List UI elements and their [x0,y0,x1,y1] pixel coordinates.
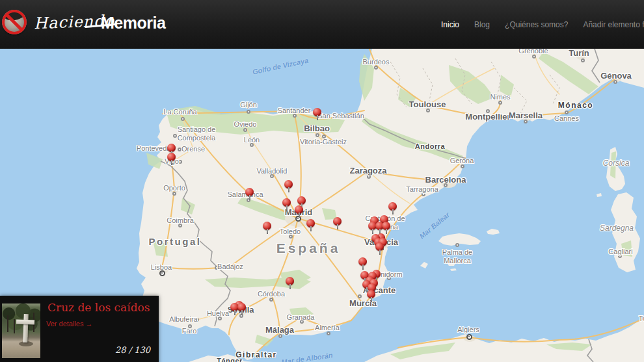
town-marker [374,66,378,70]
map-pin[interactable] [286,277,294,285]
map-pin[interactable] [333,217,342,226]
town-marker [327,331,330,335]
town-marker [426,109,430,112]
town-marker [486,109,490,113]
poi-title: Cruz de los caídos [47,301,150,314]
map-pin[interactable] [284,180,293,188]
no-franco-prohibition-icon [2,10,27,34]
map-pin[interactable] [263,222,271,230]
town-marker [461,164,464,168]
map-pin[interactable] [306,219,315,227]
town-marker [243,128,247,132]
capital-marker [466,334,472,340]
town-marker [293,114,297,118]
site-header: Haciendo Memoria InicioBlog¿Quiénes somo… [0,0,644,49]
nav-item-inicio[interactable]: Inicio [441,20,459,29]
map-pin[interactable] [388,202,397,211]
town-marker [367,175,371,179]
town-marker [188,324,192,328]
town-marker [178,160,182,164]
poi-info-card[interactable]: Cruz de los caídos Ver detalles → 28 / 1… [0,296,159,362]
town-marker [278,334,282,338]
poi-counter: 28 / 130 [115,345,150,355]
island-formentera [450,268,457,271]
map-pin[interactable] [297,196,306,205]
town-marker [173,134,177,138]
town-marker [172,192,176,196]
town-marker [195,318,199,322]
map-pin[interactable] [237,303,246,311]
town-marker [581,58,585,62]
town-marker [613,80,617,84]
island-sardinia [611,192,640,272]
town-marker [358,294,362,298]
town-marker [181,117,185,121]
map-pin[interactable] [167,153,176,161]
nav-item-blog[interactable]: Blog [474,20,490,29]
map-pin[interactable] [358,257,367,266]
map-pin[interactable] [295,205,303,214]
island-mallorca [438,233,481,246]
town-marker [215,266,219,270]
town-marker [565,110,569,114]
nav-item--qui-nes-somos-[interactable]: ¿Quiénes somos? [505,20,568,29]
map-pin[interactable] [282,198,291,207]
poi-thumbnail-photo[interactable] [2,304,40,358]
town-marker [444,183,448,187]
main-nav: InicioBlog¿Quiénes somos?Añadir elemento… [441,0,644,49]
map-pin[interactable] [313,108,321,116]
town-marker [250,143,254,147]
island-small [420,262,428,268]
town-marker [178,148,181,151]
map-pin[interactable] [382,222,390,230]
brand-bold-text: Memoria [101,14,165,32]
town-marker [178,224,182,227]
capital-marker [159,270,165,276]
island-ibiza [447,260,456,266]
town-marker [269,298,273,302]
poi-details-link[interactable]: Ver detalles → [46,320,93,328]
map-pin[interactable] [367,290,375,298]
town-marker [618,254,622,258]
nav-item-a-adir-elemento-franquista-al[interactable]: Añadir elemento franquista al [583,20,644,29]
town-marker [455,243,459,247]
town-marker [289,235,293,239]
map-pin[interactable] [245,188,254,196]
town-marker [218,317,222,320]
stone-cross-image [23,314,29,343]
haciendo-memoria-page: La CoruñaSantiago de CompostelaGijónOvie… [0,0,644,362]
town-marker [532,55,536,58]
town-marker [387,276,391,280]
map-pin[interactable] [167,144,176,152]
town-marker [270,174,274,178]
town-marker [315,133,319,137]
island-tiny [597,193,602,197]
town-marker [322,135,326,138]
town-marker [498,101,502,105]
town-marker [247,110,250,114]
town-marker [422,192,425,196]
town-marker [300,320,304,324]
town-marker [524,120,528,123]
island-menorca [487,229,500,235]
map-pin[interactable] [375,242,384,251]
